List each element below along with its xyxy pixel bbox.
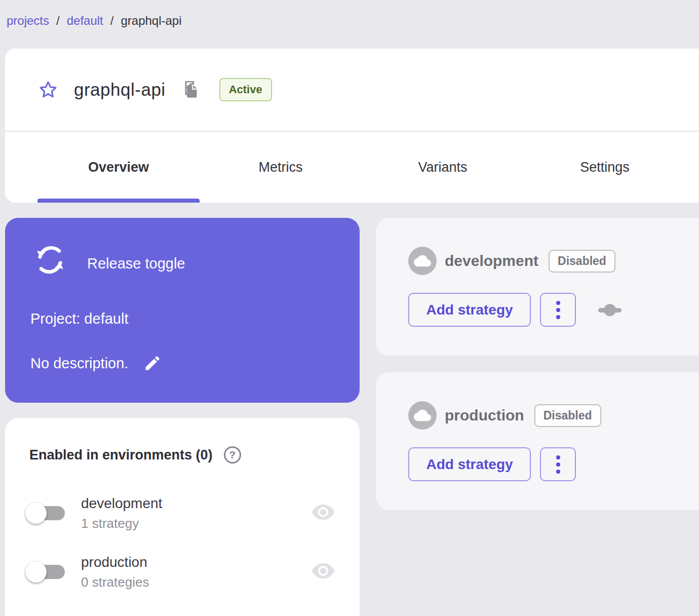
environment-row-development: development 1 strategy — [5, 493, 335, 533]
breadcrumb-separator: / — [110, 14, 114, 28]
card-actions-row: Add strategy — [408, 447, 699, 481]
environment-name: production — [81, 554, 149, 570]
edit-description-icon[interactable] — [143, 354, 162, 372]
release-toggle-icon — [33, 243, 67, 277]
enabled-environments-header: Enabled in environments (0) ? — [29, 446, 241, 464]
page-title: graphql-api — [74, 80, 166, 100]
environment-status-badge: Disabled — [534, 404, 601, 427]
feature-tabs: Overview Metrics Variants Settings — [5, 132, 699, 203]
environment-labels: production 0 strategies — [81, 554, 149, 590]
breadcrumb-link-default[interactable]: default — [67, 14, 103, 28]
more-actions-button[interactable] — [540, 447, 576, 481]
project-label: Project: default — [30, 311, 128, 327]
switch-thumb — [25, 561, 47, 583]
environment-strategy-count: 1 strategy — [81, 516, 162, 531]
environment-cloud-icon — [408, 247, 437, 275]
development-strategies-card: development Disabled Add strategy — [376, 218, 699, 356]
active-tab-indicator — [37, 199, 200, 203]
feature-title-row: graphql-api Active — [5, 49, 699, 131]
help-icon[interactable]: ? — [224, 446, 241, 464]
visibility-eye-icon[interactable] — [311, 504, 335, 522]
add-strategy-button[interactable]: Add strategy — [408, 293, 531, 327]
switch-thumb — [25, 503, 47, 524]
enabled-environments-title: Enabled in environments (0) — [29, 447, 213, 463]
favorite-star-icon[interactable] — [38, 80, 58, 99]
breadcrumb-separator: / — [56, 14, 60, 28]
environment-strategy-count: 0 strategies — [81, 574, 149, 590]
description-row: No description. — [30, 354, 162, 372]
breadcrumb: projects / default / graphql-api — [7, 14, 182, 28]
card-title-row: production Disabled — [408, 401, 699, 430]
card-title-row: development Disabled — [408, 247, 699, 275]
feature-overview-card: Release toggle Project: default No descr… — [5, 218, 360, 403]
tab-metrics[interactable]: Metrics — [200, 132, 362, 203]
strategy-slider-icon — [598, 304, 622, 316]
visibility-eye-icon[interactable] — [311, 563, 335, 581]
environment-labels: development 1 strategy — [81, 495, 162, 531]
tab-variants[interactable]: Variants — [362, 132, 524, 203]
feature-header-card: graphql-api Active Overview Metrics Vari… — [5, 49, 699, 203]
tab-overview[interactable]: Overview — [37, 132, 200, 203]
environment-card-name: production — [445, 407, 524, 424]
environment-row-production: production 0 strategies — [5, 552, 335, 592]
development-toggle-switch[interactable] — [29, 506, 65, 520]
toggle-type-label: Release toggle — [87, 255, 185, 272]
card-actions-row: Add strategy — [408, 293, 699, 327]
breadcrumb-link-projects[interactable]: projects — [7, 14, 49, 28]
environment-status-badge: Disabled — [549, 250, 615, 273]
description-label: No description. — [30, 355, 128, 372]
production-strategies-card: production Disabled Add strategy — [376, 372, 699, 510]
add-strategy-button[interactable]: Add strategy — [408, 447, 531, 481]
enabled-environments-card: Enabled in environments (0) ? developmen… — [5, 418, 360, 616]
breadcrumb-current: graphql-api — [121, 14, 181, 28]
copy-name-icon[interactable] — [183, 81, 198, 98]
tab-settings[interactable]: Settings — [524, 132, 686, 203]
environment-cloud-icon — [408, 401, 437, 430]
more-actions-button[interactable] — [540, 293, 576, 327]
production-toggle-switch[interactable] — [29, 565, 65, 579]
environment-card-name: development — [445, 252, 538, 270]
status-badge: Active — [219, 78, 272, 101]
environment-name: development — [81, 495, 162, 512]
